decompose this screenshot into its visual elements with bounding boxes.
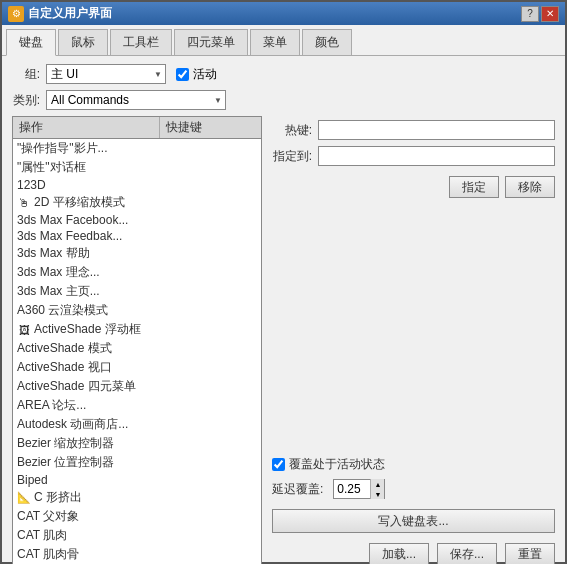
header-shortcut: 快捷键 — [160, 117, 261, 138]
coverage-checkbox[interactable] — [272, 458, 285, 471]
header-operation: 操作 — [13, 117, 160, 138]
active-label: 活动 — [193, 66, 217, 83]
group-select[interactable]: 主 UI — [46, 64, 166, 84]
item-icon: 🖱 — [17, 196, 31, 210]
reset-button[interactable]: 重置 — [505, 543, 555, 564]
active-checkbox-label[interactable]: 活动 — [176, 66, 217, 83]
hotkey-label: 热键: — [272, 122, 312, 139]
category-select-wrapper: All Commands — [46, 90, 226, 110]
bottom-action-row: 加载... 保存... 重置 — [272, 543, 555, 564]
window-title: 自定义用户界面 — [28, 5, 112, 22]
list-item[interactable]: 3ds Max 主页... — [13, 282, 261, 301]
tab-quad-menu[interactable]: 四元菜单 — [174, 29, 248, 55]
close-button[interactable]: ✕ — [541, 6, 559, 22]
active-checkbox[interactable] — [176, 68, 189, 81]
tab-color[interactable]: 颜色 — [302, 29, 352, 55]
group-select-wrapper: 主 UI — [46, 64, 166, 84]
tab-bar: 键盘 鼠标 工具栏 四元菜单 菜单 颜色 — [2, 25, 565, 56]
list-item[interactable]: Bezier 位置控制器 — [13, 453, 261, 472]
list-item[interactable]: 3ds Max Feedbak... — [13, 228, 261, 244]
write-keyboard-button[interactable]: 写入键盘表... — [272, 509, 555, 533]
category-label: 类别: — [12, 92, 40, 109]
list-container: "操作指导"影片... "属性"对话框 123D — [12, 138, 262, 564]
title-bar-left: ⚙ 自定义用户界面 — [8, 5, 112, 22]
hotkey-input[interactable] — [318, 120, 555, 140]
list-item[interactable]: "属性"对话框 — [13, 158, 261, 177]
list-item[interactable]: 3ds Max Facebook... — [13, 212, 261, 228]
list-item[interactable]: A360 云渲染模式 — [13, 301, 261, 320]
category-select[interactable]: All Commands — [46, 90, 226, 110]
list-item[interactable]: 3ds Max 帮助 — [13, 244, 261, 263]
delay-spinner: ▲ ▼ — [333, 479, 385, 499]
item-icon: 📐 — [17, 491, 31, 505]
spinner-up[interactable]: ▲ — [370, 479, 384, 489]
list-item[interactable]: 3ds Max 理念... — [13, 263, 261, 282]
bottom-section: 覆盖处于活动状态 延迟覆盖: ▲ ▼ — [272, 456, 555, 564]
spinner-buttons: ▲ ▼ — [370, 479, 384, 499]
coverage-row: 覆盖处于活动状态 — [272, 456, 555, 473]
list-item[interactable]: ActiveShade 视口 — [13, 358, 261, 377]
coverage-label: 覆盖处于活动状态 — [289, 456, 385, 473]
list-item[interactable]: AREA 论坛... — [13, 396, 261, 415]
list-scroll[interactable]: "操作指导"影片... "属性"对话框 123D — [13, 139, 261, 564]
group-label: 组: — [12, 66, 40, 83]
remove-button[interactable]: 移除 — [505, 176, 555, 198]
title-bar: ⚙ 自定义用户界面 ? ✕ — [2, 2, 565, 25]
tab-keyboard[interactable]: 键盘 — [6, 29, 56, 56]
tab-mouse[interactable]: 鼠标 — [58, 29, 108, 55]
spinner-down[interactable]: ▼ — [370, 489, 384, 499]
help-button[interactable]: ? — [521, 6, 539, 22]
main-area: 操作 快捷键 "操作指导"影片... "属性"对话框 — [12, 116, 555, 564]
save-button[interactable]: 保存... — [437, 543, 497, 564]
write-btn-row: 写入键盘表... — [272, 509, 555, 533]
item-icon: 🖼 — [17, 323, 31, 337]
list-item[interactable]: 123D — [13, 177, 261, 193]
group-row: 组: 主 UI 活动 — [12, 64, 555, 84]
assign-to-label: 指定到: — [272, 148, 312, 165]
delay-label: 延迟覆盖: — [272, 481, 323, 498]
list-item[interactable]: Bezier 缩放控制器 — [13, 434, 261, 453]
right-panel: 热键: 指定到: 指定 移除 — [272, 116, 555, 564]
assign-to-input[interactable] — [318, 146, 555, 166]
coverage-label-wrapper[interactable]: 覆盖处于活动状态 — [272, 456, 385, 473]
list-item[interactable]: 🖱2D 平移缩放模式 — [13, 193, 261, 212]
list-item[interactable]: CAT 肌肉 — [13, 526, 261, 545]
assign-button[interactable]: 指定 — [449, 176, 499, 198]
list-item[interactable]: Biped — [13, 472, 261, 488]
list-item[interactable]: CAT 肌肉骨 — [13, 545, 261, 564]
main-window: ⚙ 自定义用户界面 ? ✕ 键盘 鼠标 工具栏 四元菜单 菜单 颜色 组: 主 … — [0, 0, 567, 564]
title-controls: ? ✕ — [521, 6, 559, 22]
list-item[interactable]: "操作指导"影片... — [13, 139, 261, 158]
list-item[interactable]: CAT 父对象 — [13, 507, 261, 526]
delay-input[interactable] — [334, 480, 370, 498]
load-button[interactable]: 加载... — [369, 543, 429, 564]
list-item[interactable]: Autodesk 动画商店... — [13, 415, 261, 434]
content-area: 组: 主 UI 活动 类别: All Commands — [2, 56, 565, 564]
tab-toolbar[interactable]: 工具栏 — [110, 29, 172, 55]
category-row: 类别: All Commands — [12, 90, 555, 110]
tab-menu[interactable]: 菜单 — [250, 29, 300, 55]
assign-to-row: 指定到: — [272, 146, 555, 166]
hotkey-row: 热键: — [272, 120, 555, 140]
list-item[interactable]: 📐C 形挤出 — [13, 488, 261, 507]
app-icon: ⚙ — [8, 6, 24, 22]
list-header: 操作 快捷键 — [12, 116, 262, 138]
list-panel: 操作 快捷键 "操作指导"影片... "属性"对话框 — [12, 116, 262, 564]
assign-btn-row: 指定 移除 — [272, 176, 555, 198]
delay-row: 延迟覆盖: ▲ ▼ — [272, 479, 555, 499]
list-item[interactable]: ActiveShade 模式 — [13, 339, 261, 358]
list-item[interactable]: 🖼ActiveShade 浮动框 — [13, 320, 261, 339]
list-item[interactable]: ActiveShade 四元菜单 — [13, 377, 261, 396]
